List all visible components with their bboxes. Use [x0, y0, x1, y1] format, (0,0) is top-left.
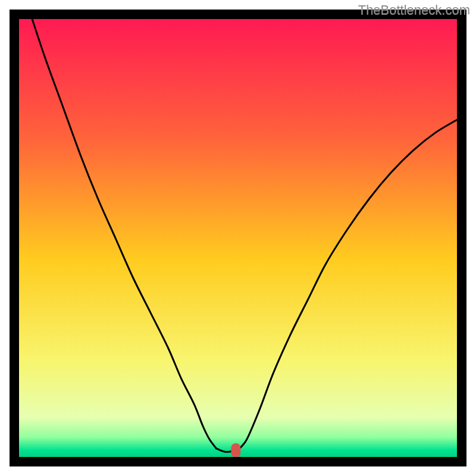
- watermark-text: TheBottleneck.com: [358, 2, 470, 18]
- bottleneck-chart: [0, 0, 476, 476]
- chart-container: TheBottleneck.com: [0, 0, 476, 476]
- plot-background: [19, 19, 457, 457]
- optimal-marker: [231, 443, 240, 458]
